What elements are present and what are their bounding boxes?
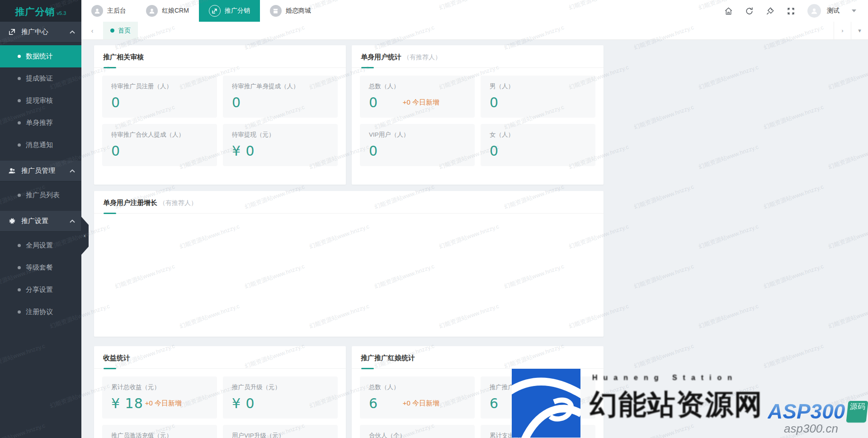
nav-tab-promo-distribution[interactable]: 推广分销 — [199, 0, 260, 22]
bullet-icon — [18, 77, 21, 80]
stat-vip-users: VIP用户（人） 0 — [360, 124, 475, 166]
share-circle-icon — [209, 5, 221, 17]
card-header: 收益统计 — [94, 346, 346, 369]
chevron-up-icon — [70, 30, 75, 34]
sidebar-item-label: 单身推荐 — [26, 119, 53, 127]
stat-value: 6 — [369, 395, 378, 411]
sidebar-item-label: 提现审核 — [26, 96, 53, 105]
username-label[interactable]: 测试 — [827, 7, 840, 15]
card-title: 单身用户注册增长 — [103, 199, 157, 206]
stat-female-users: 女（人） 0 — [481, 124, 595, 166]
tab-home[interactable]: 首页 — [103, 22, 138, 39]
card-revenue-stats: 收益统计 累计总收益（元） ¥ 18+0 今日新增 推广员升级（元） ¥ 0 推… — [94, 346, 346, 438]
sidebar-group-label: 推广员管理 — [21, 167, 70, 175]
card-promo-review: 推广相关审核 待审推广员注册（人） 0 待审推广单身提成（人） 0 待审推广合伙… — [94, 45, 346, 185]
nav-tab-label: 红娘CRM — [162, 7, 189, 15]
card-matchmaker-promo-stats: 推广推广红娘统计 总数（人） 6+0 今日新增 推广推广红娘（人） 6 合伙人（… — [352, 346, 604, 438]
sidebar-item-message-notify[interactable]: 消息通知 — [0, 134, 81, 156]
sidebar-item-label: 分享设置 — [26, 286, 53, 294]
stat-total-revenue: 累计总收益（元） ¥ 18+0 今日新增 — [102, 376, 217, 419]
top-header: 主后台 红娘CRM 推广分销 婚恋商城 测试 — [81, 0, 868, 22]
sidebar-item-promoter-list[interactable]: 推广员列表 — [0, 184, 81, 206]
nav-tab-marriage-mall[interactable]: 婚恋商城 — [260, 0, 321, 22]
sidebar-item-single-recommend[interactable]: 单身推荐 — [0, 112, 81, 134]
stat-grid: 总数（人） 0+0 今日新增 男（人） 0 VIP用户（人） 0 女（人） 0 — [352, 68, 604, 174]
tab-scroll-right-icon[interactable]: › — [834, 22, 851, 39]
tab-menu-dropdown-icon[interactable]: ▾ — [851, 22, 868, 39]
sidebar-item-share-settings[interactable]: 分享设置 — [0, 279, 81, 301]
stat-total-expense: 累计支出（元） ¥ 0 — [481, 425, 595, 438]
card-registration-growth-chart: 单身用户注册增长（有推荐人） — [94, 191, 604, 337]
growth-chart-area — [94, 214, 604, 327]
user-avatar[interactable] — [807, 4, 821, 18]
sidebar-item-register-agreement[interactable]: 注册协议 — [0, 301, 81, 323]
card-header: 推广相关审核 — [94, 45, 346, 68]
chevron-up-icon — [70, 169, 75, 173]
card-title: 单身用户统计 — [361, 53, 401, 61]
bullet-icon — [18, 55, 21, 58]
today-new-badge: +0 今日新增 — [403, 98, 439, 107]
sidebar-group-promo-center: 推广中心 数据统计 提成验证 提现审核 单身推荐 消息通知 — [0, 22, 81, 161]
home-icon[interactable] — [724, 7, 733, 15]
refresh-icon[interactable] — [745, 7, 754, 15]
sidebar-item-level-package[interactable]: 等级套餐 — [0, 257, 81, 279]
submenu-promo-center: 数据统计 提成验证 提现审核 单身推荐 消息通知 — [0, 43, 81, 161]
nav-tab-main-admin[interactable]: 主后台 — [81, 0, 136, 22]
card-subtitle: （有推荐人） — [403, 53, 441, 61]
sidebar-item-commission-verify[interactable]: 提成验证 — [0, 67, 81, 90]
bullet-icon — [18, 121, 21, 124]
sidebar-item-withdraw-review[interactable]: 提现审核 — [0, 90, 81, 112]
sidebar-item-global-settings[interactable]: 全局设置 — [0, 234, 81, 257]
submenu-promo-settings: 全局设置 等级套餐 分享设置 注册协议 — [0, 232, 81, 328]
tab-scroll-left-icon[interactable]: ‹ — [81, 22, 103, 39]
bullet-icon — [18, 244, 21, 247]
stat-user-vip-upgrade: 用户VIP升级（元） ¥ 0 — [223, 425, 338, 438]
clear-cache-icon[interactable] — [766, 7, 774, 15]
active-dot-icon — [110, 29, 114, 33]
stat-grid: 待审推广员注册（人） 0 待审推广单身提成（人） 0 待审推广合伙人提成（人） … — [94, 68, 346, 174]
chevron-down-icon[interactable] — [852, 10, 856, 12]
sidebar-group-header-promoter-mgmt[interactable]: 推广员管理 — [0, 161, 81, 181]
stat-value: ¥ 0 — [232, 395, 255, 411]
sidebar: 推广分销 v5.3 推广中心 数据统计 提成验证 提现审核 单身推荐 消息通知 … — [0, 0, 81, 438]
sidebar-item-label: 提成验证 — [26, 74, 53, 83]
page-tab-bar: ‹ 首页 › ▾ — [81, 22, 868, 40]
stat-pending-single-commission: 待审推广单身提成（人） 0 — [223, 76, 338, 118]
app-version: v5.3 — [57, 10, 66, 16]
bullet-icon — [18, 310, 21, 314]
fullscreen-icon[interactable] — [787, 7, 795, 15]
stat-value: ¥ 18 — [111, 395, 143, 411]
stat-value: 0 — [111, 95, 120, 110]
stat-male-users: 男（人） 0 — [481, 76, 595, 118]
card-title: 推广推广红娘统计 — [361, 354, 415, 362]
stat-total-users: 总数（人） 0+0 今日新增 — [360, 76, 475, 118]
stat-value: 0 — [369, 95, 378, 110]
gear-icon — [8, 217, 16, 225]
stat-pending-promoter-register: 待审推广员注册（人） 0 — [102, 76, 217, 118]
tab-label: 首页 — [118, 27, 131, 35]
stat-pending-withdraw: 待审提现（元） ¥ 0 — [223, 124, 338, 166]
app-title: 推广分销 — [15, 5, 55, 18]
stat-value: 6 — [490, 395, 499, 411]
users-icon — [8, 167, 16, 175]
nav-tab-matchmaker-crm[interactable]: 红娘CRM — [136, 0, 199, 22]
sidebar-item-label: 推广员列表 — [26, 191, 60, 200]
sidebar-group-promoter-mgmt: 推广员管理 推广员列表 — [0, 161, 81, 211]
sidebar-item-label: 数据统计 — [26, 52, 53, 61]
sidebar-group-header-promo-settings[interactable]: 推广设置 — [0, 211, 81, 232]
card-header: 单身用户注册增长（有推荐人） — [94, 191, 604, 214]
bullet-icon — [18, 266, 21, 269]
bullet-icon — [18, 143, 21, 147]
sidebar-item-label: 注册协议 — [26, 308, 53, 316]
nav-tab-label: 推广分销 — [225, 7, 250, 15]
tab-bar-right-controls: › ▾ — [834, 22, 868, 39]
sidebar-group-header-promo-center[interactable]: 推广中心 — [0, 22, 81, 43]
share-icon — [8, 28, 16, 36]
card-header: 单身用户统计（有推荐人） — [352, 45, 604, 68]
sidebar-item-data-stats[interactable]: 数据统计 — [0, 45, 81, 67]
card-subtitle: （有推荐人） — [159, 199, 197, 206]
stat-partners: 合伙人（个） 0 — [360, 425, 475, 438]
bullet-icon — [18, 288, 21, 291]
bullet-icon — [18, 99, 21, 102]
stat-value: 0 — [490, 95, 499, 110]
